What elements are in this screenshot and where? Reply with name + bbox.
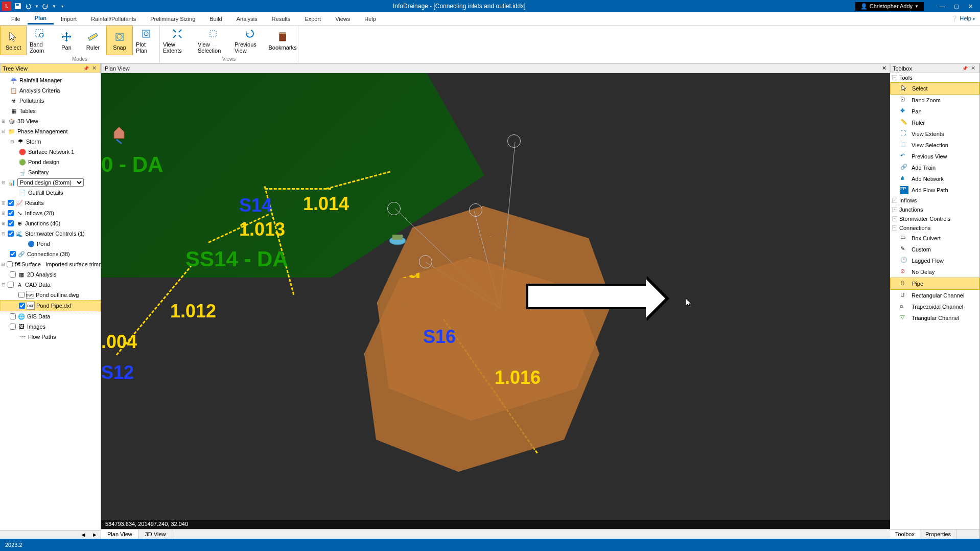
checkbox[interactable] — [10, 251, 16, 257]
checkbox[interactable] — [19, 303, 25, 309]
menu-results[interactable]: Results — [265, 14, 298, 24]
node-circle[interactable] — [507, 134, 521, 148]
collapse-icon[interactable]: ⊟ — [10, 139, 15, 144]
tool-trapchannel[interactable]: ⏢Trapezoidal Channel — [890, 301, 979, 312]
tool-trichannel[interactable]: ▽Triangular Channel — [890, 312, 979, 324]
collapse-icon[interactable]: ⊟ — [1, 231, 6, 236]
redo-dropdown-icon[interactable]: ▼ — [52, 4, 56, 9]
toolgroup-inflows[interactable]: +Inflows — [890, 196, 979, 205]
ribbon-bookmarks-button[interactable]: Bookmarks — [267, 26, 298, 55]
toolgroup-tools[interactable]: −Tools — [890, 73, 979, 82]
tree-node[interactable]: 🌐GIS Data — [0, 311, 101, 322]
expand-icon[interactable]: + — [892, 216, 897, 221]
scroll-left-icon[interactable]: ◄ — [77, 531, 89, 539]
checkbox[interactable] — [18, 292, 25, 298]
tree-node[interactable]: 🟢Pond design — [0, 157, 101, 167]
menu-rainfall[interactable]: Rainfall/Pollutants — [84, 14, 143, 24]
user-badge[interactable]: 👤 Christopher Addy ▼ — [855, 2, 924, 11]
minimize-button[interactable]: — — [939, 3, 945, 10]
tree-node[interactable]: ⊟🌩Storm — [0, 136, 101, 147]
scroll-right-icon[interactable]: ► — [89, 531, 101, 539]
redo-icon[interactable] — [42, 3, 49, 10]
collapse-icon[interactable]: ⊟ — [1, 129, 6, 134]
ribbon-viewextents-button[interactable]: View Extents — [160, 26, 195, 55]
tool-addnetwork[interactable]: ⋔Add Network — [890, 173, 979, 185]
tree-node[interactable]: 📄Outfall Details — [0, 188, 101, 198]
checkbox[interactable] — [10, 324, 16, 330]
node-circle[interactable] — [387, 202, 401, 215]
collapse-icon[interactable]: − — [892, 225, 897, 231]
tool-ruler[interactable]: 📏Ruler — [890, 117, 979, 128]
toolgroup-junctions[interactable]: +Junctions — [890, 205, 979, 214]
checkbox[interactable] — [8, 200, 14, 206]
collapse-icon[interactable]: ⊟ — [1, 282, 6, 287]
toolgroup-stormwater[interactable]: +Stormwater Controls — [890, 214, 979, 223]
expand-icon[interactable]: ⊞ — [1, 200, 6, 205]
checkbox[interactable] — [10, 313, 16, 319]
ribbon-bandzoom-button[interactable]: Band Zoom — [27, 26, 53, 55]
phase-select[interactable]: Pond design (Storm) — [17, 178, 84, 187]
tree[interactable]: ☔Rainfall Manager 📋Analysis Criteria ☣Po… — [0, 73, 101, 530]
tree-node[interactable]: 🛑Surface Network 1 — [0, 147, 101, 157]
ribbon-viewselection-button[interactable]: View Selection — [195, 26, 231, 55]
tool-rectchannel[interactable]: ⊔Rectangular Channel — [890, 290, 979, 301]
tool-viewselection[interactable]: ⬚View Selection — [890, 140, 979, 151]
close-panel-icon[interactable]: ✕ — [969, 65, 977, 72]
menu-plan[interactable]: Plan — [28, 13, 54, 25]
maximize-button[interactable]: ▢ — [954, 3, 959, 10]
close-planview-icon[interactable]: ✕ — [882, 65, 886, 72]
tree-node[interactable]: ▦2D Analysis — [0, 269, 101, 280]
tool-prevview[interactable]: ↶Previous View — [890, 151, 979, 162]
checkbox[interactable] — [8, 282, 14, 288]
menu-import[interactable]: Import — [54, 14, 84, 24]
ribbon-prevview-button[interactable]: Previous View — [231, 26, 267, 55]
collapse-icon[interactable]: − — [892, 75, 897, 80]
tool-addflowpath[interactable]: FPAdd Flow Path — [890, 185, 979, 196]
ribbon-plotplan-button[interactable]: Plot Plan — [133, 26, 159, 55]
menu-views[interactable]: Views — [328, 14, 357, 24]
close-panel-icon[interactable]: ✕ — [90, 65, 98, 72]
expand-icon[interactable]: ⊞ — [1, 221, 6, 226]
tree-node[interactable]: ☣Pollutants — [0, 96, 101, 106]
tree-node-dropdown[interactable]: ⊟📊Pond design (Storm) — [0, 177, 101, 188]
tree-node[interactable]: DWGPond outline.dwg — [0, 290, 101, 300]
inflow-icon[interactable] — [109, 124, 129, 145]
tool-laggedflow[interactable]: 🕐Lagged Flow — [890, 255, 979, 266]
menu-analysis[interactable]: Analysis — [229, 14, 265, 24]
plan-canvas[interactable]: 0 - DA S14 1.014 1.013 SS14 - DA 1.012 .… — [101, 73, 890, 529]
expand-icon[interactable]: ⊞ — [1, 262, 5, 267]
expand-icon[interactable]: ⊞ — [1, 211, 6, 216]
checkbox[interactable] — [10, 271, 16, 278]
tree-node[interactable]: 〰Flow Paths — [0, 332, 101, 342]
tree-node[interactable]: ⊟ＡCAD Data — [0, 280, 101, 290]
collapse-icon[interactable]: ⊟ — [1, 180, 6, 185]
tool-viewextents[interactable]: ⛶View Extents — [890, 128, 979, 140]
tree-node[interactable]: 📋Analysis Criteria — [0, 85, 101, 96]
checkbox[interactable] — [8, 210, 14, 216]
tool-nodelay[interactable]: ⊘No Delay — [890, 266, 979, 278]
pin-icon[interactable]: 📌 — [961, 66, 969, 71]
tree-node[interactable]: ▦Tables — [0, 106, 101, 116]
tool-select[interactable]: Select — [890, 82, 979, 95]
tab-3dview[interactable]: 3D View — [139, 530, 173, 539]
tree-node[interactable]: ⊟🌊Stormwater Controls (1) — [0, 228, 101, 239]
ribbon-select-button[interactable]: Select — [0, 26, 27, 55]
undo-dropdown-icon[interactable]: ▼ — [35, 4, 39, 9]
tab-properties[interactable]: Properties — [920, 530, 956, 539]
expand-icon[interactable]: + — [892, 207, 897, 212]
pipe-segment[interactable] — [265, 188, 331, 190]
menu-help[interactable]: Help — [357, 14, 383, 24]
ribbon-ruler-button[interactable]: Ruler — [80, 26, 106, 55]
menu-file[interactable]: File — [4, 14, 28, 24]
menu-export[interactable]: Export — [297, 14, 328, 24]
tree-node[interactable]: ⊞↘Inflows (28) — [0, 208, 101, 218]
undo-icon[interactable] — [25, 3, 32, 10]
tool-custom[interactable]: ✎Custom — [890, 244, 979, 255]
node-circle[interactable] — [419, 255, 432, 268]
tree-node[interactable]: 🔗Connections (38) — [0, 249, 101, 259]
save-icon[interactable] — [14, 3, 21, 10]
tool-boxculvert[interactable]: ▭Box Culvert — [890, 233, 979, 244]
expand-icon[interactable]: ⊞ — [1, 119, 6, 124]
menu-prelim-sizing[interactable]: Preliminary Sizing — [143, 14, 202, 24]
toolgroup-connections[interactable]: −Connections — [890, 223, 979, 233]
